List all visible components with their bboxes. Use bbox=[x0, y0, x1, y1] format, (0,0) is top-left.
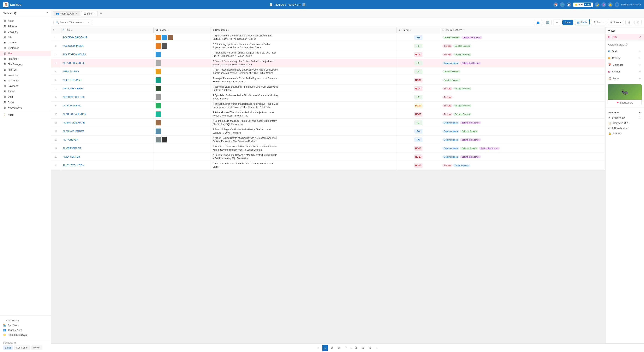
collapse-icon[interactable]: ▾ bbox=[46, 11, 48, 15]
page-btn-1[interactable]: 1 bbox=[322, 345, 328, 351]
fields-toolbar-btn[interactable]: ▦ Fields bbox=[575, 20, 590, 25]
add-gallery-icon[interactable]: ＋ bbox=[638, 56, 641, 60]
expand-toolbar-btn[interactable]: ⊡ bbox=[634, 20, 642, 25]
page-btn-3[interactable]: 3 bbox=[336, 345, 342, 351]
col-description[interactable]: ≡ Description ▾ bbox=[210, 27, 396, 33]
sidebar-item-filmcategory[interactable]: ⊞FilmCategory bbox=[0, 61, 51, 67]
magic-icon[interactable]: 🔮 bbox=[602, 2, 606, 7]
view-type-calendar[interactable]: 📅 Calendar ＋ bbox=[606, 61, 644, 68]
api-acl-item[interactable]: 🔒 API ACL bbox=[608, 131, 641, 136]
col-images[interactable]: 🖼 images ▾ bbox=[154, 27, 210, 33]
sidebar-item-filmactor[interactable]: ⊞FilmActor bbox=[0, 56, 51, 61]
user-icon[interactable]: 👤 bbox=[614, 2, 619, 7]
calendar-icon[interactable]: 📅 bbox=[554, 2, 558, 7]
film-title[interactable]: ALAMO VIDEOTAPE bbox=[63, 121, 85, 124]
sidebar-item-xcevolutions[interactable]: ⊞XcEvolutions bbox=[0, 105, 51, 110]
sidebar-item-address[interactable]: ⊞Address bbox=[0, 24, 51, 29]
prev-page-btn[interactable]: ‹ bbox=[315, 345, 321, 351]
sidebar-item-store[interactable]: ⊞Store bbox=[0, 99, 51, 105]
film-title[interactable]: AIRPLANE SIERRA bbox=[63, 87, 84, 90]
refresh-toolbar-btn[interactable]: 🔄 bbox=[544, 20, 552, 25]
users-toolbar-btn[interactable]: 👥 bbox=[534, 20, 542, 25]
page-btn-4[interactable]: 4 bbox=[343, 345, 349, 351]
sidebar-item-country[interactable]: ⊞Country bbox=[0, 40, 51, 45]
sidebar-app-store[interactable]: 🏪App Store bbox=[3, 323, 48, 327]
filter-toolbar-btn[interactable]: ⊟ Filter ▾ bbox=[608, 20, 624, 25]
discord-icon[interactable]: 💬 bbox=[566, 2, 571, 7]
page-btn-38[interactable]: 38 bbox=[353, 345, 359, 351]
add-calendar-icon[interactable]: ＋ bbox=[638, 63, 641, 67]
sidebar-item-filmtext[interactable]: ⊞FilmText bbox=[0, 67, 51, 72]
page-btn-2[interactable]: 2 bbox=[329, 345, 335, 351]
col-features[interactable]: ☰ SpecialFeatures ▾ bbox=[440, 27, 605, 33]
sidebar-item-city[interactable]: ⊞City bbox=[0, 34, 51, 40]
view-type-kanban[interactable]: ⊟ Kanban ＋ bbox=[606, 68, 644, 75]
film-title[interactable]: ALIEN CENTER bbox=[63, 155, 80, 158]
share-view-item[interactable]: ↗ Share View ⋯ bbox=[608, 115, 641, 120]
search-box[interactable]: 🔍 ▾ bbox=[54, 20, 92, 25]
sponsor-button[interactable]: ❤ Sponsor Us bbox=[608, 100, 642, 106]
copy-api-url-item[interactable]: 📋 Copy API URL bbox=[608, 120, 641, 126]
sidebar-item-actor[interactable]: ⊞Actor bbox=[0, 18, 51, 24]
search-input[interactable] bbox=[60, 21, 87, 24]
github-star-button[interactable]: ⭐ Star 4,330 bbox=[573, 3, 593, 7]
film-title[interactable]: ALI FOREVER bbox=[63, 138, 78, 141]
film-title[interactable]: ALASKA PHANTOM bbox=[63, 130, 84, 133]
sidebar-item-film[interactable]: ▦Film bbox=[0, 51, 51, 56]
col-rating[interactable]: ★ Rating ▾ bbox=[396, 27, 440, 33]
add-form-icon[interactable]: ＋ bbox=[638, 76, 641, 80]
film-title[interactable]: AFRICAN EGG bbox=[63, 70, 79, 73]
view-type-gallery[interactable]: ▦ Gallery ＋ bbox=[606, 55, 644, 61]
film-title[interactable]: ALADDIN CALENDAR bbox=[63, 113, 86, 115]
sidebar-item-customer[interactable]: ⊞Customer bbox=[0, 45, 51, 51]
share-more-icon[interactable]: ⋯ bbox=[639, 116, 641, 119]
save-toolbar-btn[interactable]: Save bbox=[562, 20, 573, 25]
col-title[interactable]: A Title ▾ bbox=[61, 27, 154, 33]
theme-icon[interactable]: 🌙 bbox=[595, 2, 600, 7]
tab-film-close[interactable]: ✕ bbox=[93, 13, 95, 15]
film-title[interactable]: ALLEY EVOLUTION bbox=[63, 164, 84, 167]
preview-viewer-btn[interactable]: Viewer bbox=[31, 345, 42, 350]
preview-editor-btn[interactable]: Editor bbox=[3, 345, 13, 350]
twitter-icon[interactable]: 🐦 bbox=[560, 2, 565, 7]
sidebar-item-category[interactable]: ⊞Category bbox=[0, 29, 51, 34]
sidebar-item-language[interactable]: ⊞Language bbox=[0, 78, 51, 83]
sidebar-project-metadata[interactable]: 📁Project Metadata bbox=[3, 332, 48, 337]
sidebar-team-auth[interactable]: 👥Team & Auth bbox=[3, 327, 48, 332]
film-title[interactable]: ACE GOLDFINGER bbox=[63, 45, 84, 47]
sort-toolbar-btn[interactable]: ⇅ Sort ▾ bbox=[591, 20, 606, 25]
film-title[interactable]: ALABAMA DEVIL bbox=[63, 104, 81, 107]
advanced-header[interactable]: Advanced ⚙ bbox=[608, 110, 641, 115]
notification-icon[interactable]: 🔔 bbox=[608, 2, 613, 7]
sidebar-item-rental[interactable]: ⊞Rental bbox=[0, 89, 51, 94]
app-logo[interactable]: 🦉 NocoDB bbox=[3, 2, 22, 7]
film-title[interactable]: AIRPORT POLLOCK bbox=[63, 96, 85, 98]
add-kanban-icon[interactable]: ＋ bbox=[638, 70, 641, 74]
next-page-btn[interactable]: › bbox=[374, 345, 380, 351]
sidebar-item-payment[interactable]: ⊞Payment bbox=[0, 83, 51, 89]
page-btn-40[interactable]: 40 bbox=[367, 345, 373, 351]
film-title[interactable]: ACADEMY DINOSAUR bbox=[63, 36, 87, 39]
view-film[interactable]: ⊞ Film ✓ bbox=[606, 34, 644, 40]
film-title[interactable]: ADAPTATION HOLES bbox=[63, 53, 86, 56]
view-type-grid[interactable]: ⊞ Grid ＋ bbox=[606, 48, 644, 55]
film-title[interactable]: ALICE FANTASIA bbox=[63, 147, 81, 150]
view-type-form[interactable]: 📋 Form ＋ bbox=[606, 75, 644, 82]
tab-team-close[interactable]: ✕ bbox=[76, 13, 78, 15]
sidebar-item-audit[interactable]: 📋Audit bbox=[0, 112, 51, 117]
add-grid-icon[interactable]: ＋ bbox=[638, 49, 641, 53]
search-filter-icon[interactable]: ▾ bbox=[88, 21, 89, 24]
tab-team-auth[interactable]: 👥 Team & Auth ✕ bbox=[53, 11, 80, 16]
sidebar-item-staff[interactable]: ⊞Staff bbox=[0, 94, 51, 99]
api-webhooks-item[interactable]: ↩ API Webhooks bbox=[608, 126, 641, 131]
add-table-icon[interactable]: ＋ bbox=[43, 11, 45, 15]
page-btn-39[interactable]: 39 bbox=[360, 345, 366, 351]
add-row-toolbar-btn[interactable]: ＋ bbox=[553, 20, 561, 25]
sidebar-item-inventory[interactable]: ⊞Inventory bbox=[0, 72, 51, 78]
delete-toolbar-btn[interactable]: 🗑 bbox=[626, 20, 633, 25]
film-title[interactable]: AFFAIR PREJUDICE bbox=[63, 62, 85, 64]
tab-add-button[interactable]: ＋ bbox=[98, 11, 104, 16]
preview-commenter-btn[interactable]: Commenter bbox=[14, 345, 30, 350]
tab-film[interactable]: ⊞ Film ✕ bbox=[81, 11, 98, 16]
film-title[interactable]: AGENT TRUMAN bbox=[63, 79, 82, 81]
